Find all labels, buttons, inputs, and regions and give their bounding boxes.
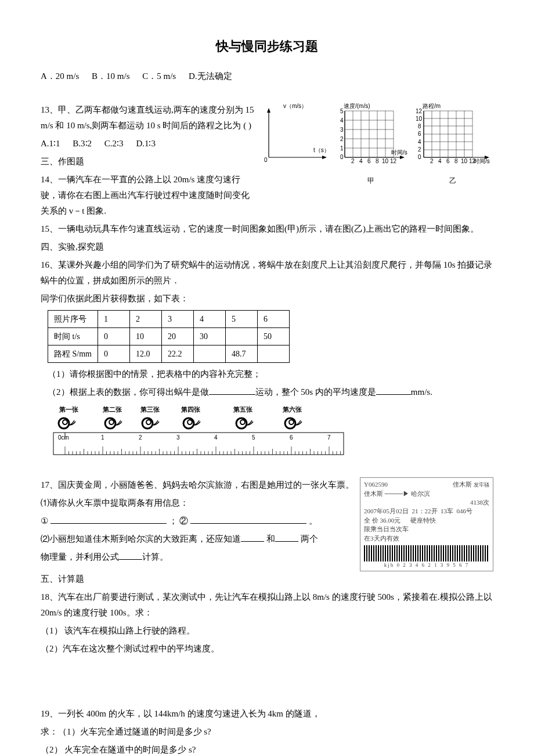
svg-text:0: 0	[340, 154, 344, 160]
section-4-header: 四、实验,探究题	[41, 239, 493, 255]
svg-text:1: 1	[340, 145, 344, 152]
opt-b: 10 m/s	[106, 71, 129, 81]
section-5-header: 五、计算题	[41, 571, 493, 587]
svg-text:10: 10	[416, 116, 423, 122]
svg-rect-75	[53, 433, 344, 455]
table-cell: 50	[257, 327, 289, 345]
svg-text:0cm: 0cm	[58, 434, 69, 441]
svg-text:2: 2	[340, 136, 344, 142]
table-cell: 12.0	[129, 345, 161, 362]
circle-1: ①	[41, 516, 48, 525]
blank-motion-type[interactable]	[209, 386, 255, 395]
q16-p1: 16、某课外兴趣小组的同学们为了研究蜗牛的运动情况，将蜗牛放在刻度尺上让其沿刻度…	[41, 257, 493, 289]
table-cell: 0	[98, 345, 129, 362]
q19-s2: （2） 火车完全在隧道中的时间是多少 s?	[41, 742, 493, 756]
table-cell: 10	[129, 327, 161, 345]
svg-text:12: 12	[390, 158, 397, 164]
axis-label-speed: 速度/(m/s)	[344, 103, 370, 109]
table-cell: 20	[161, 327, 193, 345]
svg-text:第三张: 第三张	[140, 406, 160, 413]
svg-text:4: 4	[418, 139, 421, 145]
svg-text:第四张: 第四张	[181, 406, 201, 413]
circle-2: ②	[179, 516, 188, 525]
svg-text:2: 2	[430, 158, 434, 164]
q16-sub2-c: mm/s.	[411, 387, 432, 397]
table-cell: 0	[98, 327, 129, 345]
table-cell: 5	[225, 310, 257, 327]
axis-label-time-jia: 时间/s	[391, 149, 407, 156]
q15-graph-jia: 速度/(m/s)	[333, 102, 409, 188]
ticket-stamp: 发牢骚	[474, 482, 489, 488]
opt-b-prefix: B．	[92, 71, 106, 81]
svg-text:10: 10	[461, 158, 468, 164]
q13-opt-a: A.1∶1	[41, 136, 60, 152]
q13-opt-c: C.2∶3	[104, 136, 124, 152]
axis-label-v: v（m/s）	[283, 103, 307, 109]
q14-text: 14、一辆汽车在一平直的公路上以 20m/s 速度匀速行驶，请你在右图上画出汽车…	[41, 172, 255, 219]
origin-label: 0	[264, 157, 268, 163]
ticket-price: 全 价 36.00元	[364, 517, 400, 524]
q17-p3b: 和	[266, 534, 275, 543]
table-cell: 照片序号	[48, 310, 98, 327]
svg-text:第五张: 第五张	[233, 406, 253, 413]
ticket-from: 佳木斯	[364, 490, 383, 497]
ticket-corner: 佳木斯	[453, 481, 472, 488]
svg-text:第一张: 第一张	[59, 406, 79, 413]
svg-text:4: 4	[359, 158, 363, 164]
q16-data-table: 照片序号 1 2 3 4 5 6 时间 t/s 0 10 20 30 50 路程…	[48, 310, 290, 363]
svg-text:4: 4	[438, 158, 442, 164]
table-cell: 时间 t/s	[48, 327, 98, 345]
svg-text:8: 8	[418, 123, 421, 129]
table-cell: 路程 S/mm	[48, 345, 98, 362]
opt-a-prefix: A．	[41, 71, 56, 81]
q17-p3c: 两个	[301, 534, 318, 543]
q12-options: A．20 m/s B．10 m/s C．5 m/s D.无法确定	[41, 69, 493, 84]
semicolon: ；	[169, 516, 178, 525]
svg-text:8: 8	[376, 158, 379, 164]
barcode-digits: kjh 0 2 3 4 6 2 1 3 9 5 6 7	[364, 561, 489, 569]
graph-caption-jia: 甲	[333, 175, 409, 188]
q14-vt-graph: v（m/s） t（s） 0	[260, 102, 330, 166]
period: 。	[309, 516, 317, 525]
svg-text:2: 2	[351, 158, 355, 164]
ticket-car: 13车	[441, 507, 453, 514]
page-title: 快与慢同步练习题	[41, 35, 493, 58]
ticket-class: 硬座特快	[410, 517, 436, 524]
blank-info-2[interactable]	[190, 515, 306, 524]
svg-marker-20	[400, 156, 405, 159]
svg-text:7: 7	[327, 434, 331, 441]
table-row: 时间 t/s 0 10 20 30 50	[48, 327, 290, 345]
blank-formula[interactable]	[119, 551, 142, 560]
q18-s2: （2）汽车在这次整个测试过程中的平均速度。	[41, 641, 493, 657]
blank-quantity-2[interactable]	[275, 533, 298, 542]
svg-text:4: 4	[340, 117, 344, 124]
svg-text:2: 2	[139, 434, 142, 441]
arrow-icon: ────▶	[385, 490, 409, 497]
q17-p3e: 计算。	[142, 552, 168, 561]
opt-c-prefix: C．	[142, 71, 157, 81]
table-cell: 48.7	[225, 345, 257, 362]
svg-text:3: 3	[176, 434, 180, 441]
blank-quantity-1[interactable]	[241, 533, 264, 542]
svg-text:6: 6	[446, 158, 450, 164]
axis-label-t: t（s）	[313, 147, 330, 153]
svg-text:8: 8	[454, 158, 458, 164]
svg-text:6: 6	[367, 158, 371, 164]
svg-text:2: 2	[418, 146, 421, 153]
table-cell: 2	[129, 310, 161, 327]
q18-s1: （1） 该汽车在模拟山路上行驶的路程。	[41, 623, 493, 639]
blank-avg-speed[interactable]	[376, 386, 411, 395]
opt-d-prefix: D.	[189, 71, 197, 81]
table-row: 照片序号 1 2 3 4 5 6	[48, 310, 290, 327]
ticket-date: 2007年05月02日	[364, 507, 409, 514]
svg-text:3: 3	[340, 127, 344, 133]
svg-text:4: 4	[214, 434, 218, 441]
q19-s1: 求：（1）火车完全通过隧道的时间是多少 s?	[41, 724, 493, 740]
ticket-code: Y062590	[364, 480, 388, 489]
q15-text: 15、一辆电动玩具车作匀速直线运动，它的速度一时间图象如图(甲)所示，请在图(乙…	[41, 221, 493, 237]
svg-text:5: 5	[340, 108, 344, 114]
svg-text:第二张: 第二张	[102, 406, 122, 413]
blank-info-1[interactable]	[50, 515, 167, 524]
table-cell	[225, 327, 257, 345]
ticket-depart: 21：22开	[412, 507, 438, 514]
